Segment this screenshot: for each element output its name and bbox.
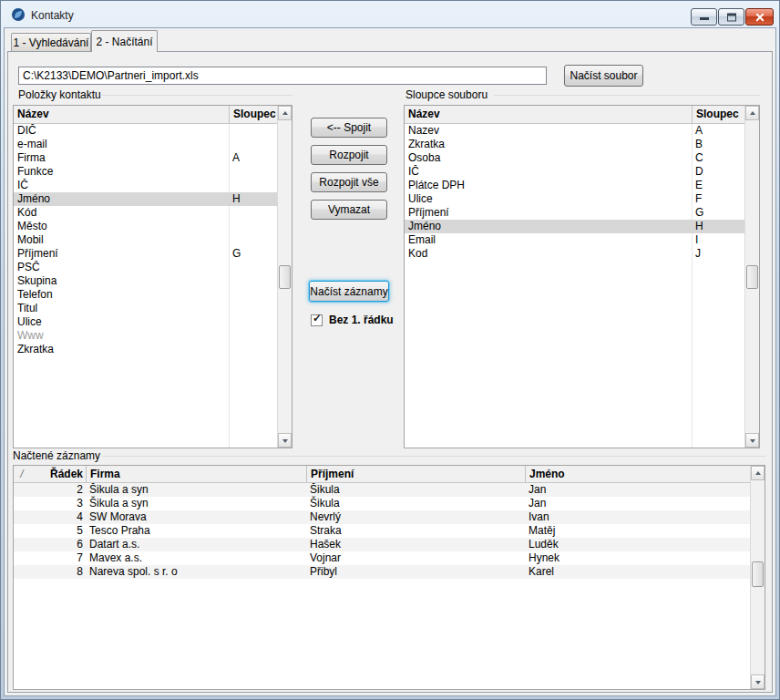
record-row[interactable]: 8Nareva spol. s r. oPřibylKarel	[14, 565, 750, 579]
record-row[interactable]: 4SW MoravaNevrlýIvan	[14, 510, 750, 524]
column-header-sloupec[interactable]: Sloupec	[229, 106, 277, 123]
contact-item-row[interactable]: DIČ	[14, 124, 277, 138]
item-column	[229, 315, 277, 329]
unjoin-all-button[interactable]: Rozpojit vše	[311, 172, 387, 192]
contact-item-row[interactable]: Ulice	[14, 315, 277, 329]
item-column	[229, 302, 277, 315]
contact-item-row[interactable]: Mobil	[14, 233, 277, 247]
app-icon	[11, 7, 26, 22]
scrollbar[interactable]	[750, 466, 765, 689]
contact-item-row[interactable]: Kód	[14, 206, 277, 220]
item-column	[229, 288, 277, 302]
column-header-sloupec[interactable]: Sloupec	[692, 106, 744, 123]
maximize-icon	[727, 13, 736, 21]
scroll-thumb[interactable]	[279, 265, 291, 289]
loaded-records-table: / Řádek Firma Příjmení Jméno 2Šikula a s…	[13, 465, 765, 690]
column-header-nazev[interactable]: Název	[14, 106, 229, 123]
contact-item-row[interactable]: Telefon	[14, 288, 277, 302]
file-column-row[interactable]: KodJ	[405, 247, 744, 261]
sort-indicator-icon[interactable]: /	[14, 466, 30, 482]
contact-item-row[interactable]: FirmaA	[14, 151, 277, 165]
file-columns-rows: NazevAZkratkaBOsobaCIČDPlátce DPHEUliceF…	[405, 124, 744, 448]
contact-item-row[interactable]: Skupina	[14, 274, 277, 288]
column-header-radek[interactable]: Řádek	[30, 466, 86, 482]
column-header-prijmeni[interactable]: Příjmení	[306, 466, 525, 482]
sort-cell	[14, 497, 30, 510]
arrow-down-icon	[755, 681, 761, 685]
minimize-button[interactable]	[691, 8, 717, 26]
item-name: Kod	[405, 247, 692, 261]
join-button[interactable]: <-- Spojit	[311, 118, 387, 138]
record-row[interactable]: 5Tesco PrahaStrakaMatěj	[14, 524, 750, 538]
record-firma: Šikula a syn	[86, 497, 306, 510]
file-column-row[interactable]: PříjmeníG	[405, 206, 744, 220]
item-name: Kód	[14, 206, 229, 220]
file-column-row[interactable]: ZkratkaB	[405, 138, 744, 151]
scrollbar[interactable]	[744, 106, 759, 448]
contact-item-row[interactable]: e-mail	[14, 138, 277, 151]
file-path-input[interactable]	[18, 67, 547, 85]
contact-item-row[interactable]: Www	[14, 329, 277, 343]
item-column	[229, 179, 277, 192]
unjoin-button[interactable]: Rozpojit	[311, 145, 387, 165]
file-column-row[interactable]: JménoH	[405, 220, 744, 233]
skip-first-row-checkbox[interactable]: ✓	[311, 314, 323, 326]
record-prijmeni: Straka	[306, 524, 525, 538]
group-divider	[102, 456, 765, 457]
record-prijmeni: Šikula	[306, 497, 525, 510]
column-header-nazev[interactable]: Název	[405, 106, 692, 123]
item-name: Ulice	[405, 192, 692, 206]
record-row[interactable]: 2Šikula a synŠikulaJan	[14, 483, 750, 497]
contact-item-row[interactable]: JménoH	[14, 192, 277, 206]
tab-nacitani[interactable]: 2 - Načítání	[91, 30, 158, 52]
contact-item-row[interactable]: Funkce	[14, 165, 277, 179]
item-column: I	[692, 233, 744, 247]
record-firma: Nareva spol. s r. o	[86, 565, 306, 579]
item-name: PSČ	[14, 261, 229, 274]
item-name: e-mail	[14, 138, 229, 151]
file-column-row[interactable]: EmailI	[405, 233, 744, 247]
record-jmeno: Matěj	[525, 524, 750, 538]
tab-vyhledavani[interactable]: 1 - Vyhledávání	[11, 33, 91, 51]
sort-cell	[14, 565, 30, 579]
file-columns-header: Název Sloupec	[405, 106, 744, 124]
contact-item-row[interactable]: PříjmeníG	[14, 247, 277, 261]
clear-button[interactable]: Vymazat	[311, 200, 387, 220]
scroll-down-button[interactable]	[751, 674, 765, 689]
item-column: A	[229, 151, 277, 165]
scroll-up-button[interactable]	[751, 466, 765, 480]
contact-item-row[interactable]: IČ	[14, 179, 277, 192]
column-header-jmeno[interactable]: Jméno	[525, 466, 750, 482]
contact-item-row[interactable]: PSČ	[14, 261, 277, 274]
scroll-thumb[interactable]	[746, 265, 758, 289]
item-name: Osoba	[405, 151, 692, 165]
file-column-row[interactable]: OsobaC	[405, 151, 744, 165]
arrow-down-icon	[282, 439, 288, 443]
scroll-up-button[interactable]	[745, 106, 759, 120]
record-row[interactable]: 7Mavex a.s.VojnarHynek	[14, 551, 750, 565]
loaded-records-rows: 2Šikula a synŠikulaJan3Šikula a synŠikul…	[14, 483, 750, 689]
item-column: D	[692, 165, 744, 179]
scroll-thumb[interactable]	[752, 561, 764, 587]
file-column-row[interactable]: Plátce DPHE	[405, 179, 744, 192]
record-row-number: 4	[30, 510, 86, 524]
contact-item-row[interactable]: Město	[14, 220, 277, 233]
minimize-icon	[700, 17, 709, 20]
contact-item-row[interactable]: Zkratka	[14, 343, 277, 356]
scroll-up-button[interactable]	[278, 106, 292, 120]
load-records-button[interactable]: Načíst záznamy	[309, 281, 389, 302]
file-column-row[interactable]: NazevA	[405, 124, 744, 138]
column-header-firma[interactable]: Firma	[86, 466, 306, 482]
load-file-button[interactable]: Načíst soubor	[564, 65, 643, 87]
contact-item-row[interactable]: Titul	[14, 302, 277, 315]
record-row[interactable]: 6Datart a.s.HašekLuděk	[14, 538, 750, 551]
maximize-button[interactable]	[718, 8, 744, 26]
item-name: Firma	[14, 151, 229, 165]
file-column-row[interactable]: IČD	[405, 165, 744, 179]
record-row[interactable]: 3Šikula a synŠikulaJan	[14, 497, 750, 510]
close-button[interactable]	[745, 8, 774, 26]
scroll-down-button[interactable]	[745, 433, 759, 448]
file-column-row[interactable]: UliceF	[405, 192, 744, 206]
scroll-down-button[interactable]	[278, 433, 292, 448]
scrollbar[interactable]	[277, 106, 292, 448]
